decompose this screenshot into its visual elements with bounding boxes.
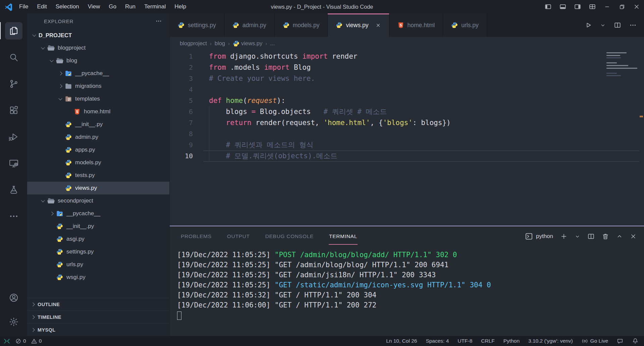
tree-item-home-html[interactable]: 5home.html <box>27 105 169 118</box>
activity-remote-explorer[interactable] <box>0 150 27 176</box>
menu-help[interactable]: Help <box>170 0 191 13</box>
menu-go[interactable]: Go <box>104 0 121 13</box>
tree-item-settings-py[interactable]: settings.py <box>27 245 169 258</box>
status-python[interactable]: Python <box>503 338 520 344</box>
tree-item-views-py[interactable]: views.py <box>27 182 169 194</box>
line-number: 8 <box>170 128 193 139</box>
tree-item-secondproject[interactable]: secondproject <box>27 194 169 207</box>
section-mysql[interactable]: MYSQL <box>27 323 169 336</box>
panel-tab-output[interactable]: OUTPUT <box>227 232 250 241</box>
python-icon <box>178 22 184 28</box>
status-warning[interactable]: 0 <box>31 338 42 344</box>
tree-item--pycache-[interactable]: __pycache__ <box>27 207 169 220</box>
tree-item-blogproject[interactable]: blogproject <box>27 42 169 54</box>
tree-item-migrations[interactable]: migrations <box>27 80 169 93</box>
customize-layout-icon[interactable] <box>585 0 600 13</box>
activity-extensions[interactable] <box>0 97 27 123</box>
close-icon[interactable] <box>629 0 644 13</box>
workspace-root[interactable]: D_PROJECT <box>27 29 169 42</box>
panel-tab-problems[interactable]: PROBLEMS <box>180 232 212 241</box>
section-timeline[interactable]: TIMELINE <box>27 310 169 323</box>
tree-item--pycache-[interactable]: __pycache__ <box>27 67 169 80</box>
chevron-down-icon[interactable] <box>575 234 580 239</box>
layout-sidebar-icon[interactable] <box>541 0 555 13</box>
trash-icon[interactable] <box>602 233 609 240</box>
explorer-more-icon[interactable] <box>155 18 162 24</box>
layout-sidebar-right-icon[interactable] <box>570 0 585 13</box>
code-editor[interactable]: 1from django.shortcuts import render2fro… <box>170 50 644 226</box>
activity-testing[interactable] <box>0 176 27 203</box>
menu-terminal[interactable]: Terminal <box>140 0 170 13</box>
status-feedback[interactable] <box>617 338 623 344</box>
error-icon <box>15 338 21 344</box>
status-ln-10-col-26[interactable]: Ln 10, Col 26 <box>386 338 417 344</box>
status-remote[interactable] <box>3 338 10 345</box>
plus-icon[interactable] <box>560 233 568 240</box>
restore-icon[interactable] <box>614 0 629 13</box>
tree-item-asgi-py[interactable]: asgi.py <box>27 233 169 245</box>
panel-tab-terminal[interactable]: TERMINAL <box>329 232 358 241</box>
tree-item--init-py[interactable]: __init__.py <box>27 118 169 131</box>
explorer-sidebar: EXPLORER D_PROJECT blogprojectblog__pyca… <box>27 13 170 336</box>
menu-edit[interactable]: Edit <box>33 0 51 13</box>
status-bell[interactable] <box>632 338 639 344</box>
split-editor-icon[interactable] <box>614 21 621 29</box>
close-icon[interactable] <box>630 233 637 240</box>
breadcrumb-item-viewspy[interactable]: views.py <box>233 40 262 47</box>
activity-explorer[interactable] <box>0 17 27 44</box>
status-error[interactable]: 0 <box>15 338 26 344</box>
tab-urls-py[interactable]: urls.py <box>443 13 487 37</box>
tree-item-tests-py[interactable]: tests.py <box>27 169 169 182</box>
tree-item-blog[interactable]: blog <box>27 54 169 67</box>
layout-panel-icon[interactable] <box>555 0 570 13</box>
breadcrumb-item-blog[interactable]: blog <box>215 40 225 47</box>
minimize-icon[interactable] <box>600 0 614 13</box>
terminal-output[interactable]: [19/Dec/2022 11:05:25] "POST /admin/blog… <box>170 246 644 336</box>
menu-selection[interactable]: Selection <box>51 0 84 13</box>
activity-run-debug[interactable] <box>0 123 27 150</box>
more-icon[interactable] <box>629 21 637 29</box>
tree-label: home.html <box>84 108 110 115</box>
line-number: 9 <box>170 139 193 151</box>
section-outline[interactable]: OUTLINE <box>27 298 169 310</box>
tree-item-wsgi-py[interactable]: wsgi.py <box>27 271 169 284</box>
shell-selector[interactable]: python <box>525 232 553 240</box>
status-utf-8[interactable]: UTF-8 <box>458 338 472 344</box>
breadcrumb-item-more[interactable]: ... <box>270 40 275 47</box>
activity-settings[interactable] <box>0 310 27 334</box>
run-icon[interactable] <box>585 21 592 29</box>
close-tab-icon[interactable] <box>375 22 381 28</box>
breadcrumb-item-blogproject[interactable]: blogproject <box>180 40 207 47</box>
folder-open-icon <box>47 44 55 52</box>
tree-item-urls-py[interactable]: urls.py <box>27 258 169 271</box>
tree-item-templates[interactable]: templates <box>27 93 169 105</box>
tree-item-apps-py[interactable]: apps.py <box>27 143 169 156</box>
code-line-7: 7 return render(request, 'home.html', {'… <box>170 117 644 128</box>
activity-more[interactable] <box>0 203 27 229</box>
status-3-10-2-ygw-venv[interactable]: 3.10.2 ('ygw': venv) <box>528 338 573 344</box>
tab-models-py[interactable]: models.py <box>275 13 328 37</box>
minimap[interactable] <box>606 52 639 78</box>
titlebar: FileEditSelectionViewGoRunTerminalHelp v… <box>0 0 644 13</box>
tree-item-models-py[interactable]: models.py <box>27 156 169 169</box>
chevron-down-icon[interactable] <box>600 22 606 28</box>
status-label: Ln 10, Col 26 <box>386 338 417 344</box>
menu-view[interactable]: View <box>84 0 105 13</box>
menu-run[interactable]: Run <box>121 0 140 13</box>
split-panel-icon[interactable] <box>587 233 595 240</box>
tab-settings-py[interactable]: settings.py <box>170 13 224 37</box>
menu-file[interactable]: File <box>15 0 33 13</box>
tree-item--init-py[interactable]: __init__.py <box>27 220 169 233</box>
tab-views-py[interactable]: views.py <box>328 13 389 37</box>
tab-home-html[interactable]: 5home.html <box>389 13 443 37</box>
panel-tab-debug-console[interactable]: DEBUG CONSOLE <box>265 232 314 241</box>
activity-account[interactable] <box>0 286 27 310</box>
chevron-up-icon[interactable] <box>616 233 623 240</box>
status-spaces-4[interactable]: Spaces: 4 <box>426 338 449 344</box>
tree-item-admin-py[interactable]: admin.py <box>27 131 169 143</box>
tab-admin-py[interactable]: admin.py <box>224 13 275 37</box>
activity-source-control[interactable] <box>0 70 27 97</box>
activity-search[interactable] <box>0 44 27 70</box>
status-go-live[interactable]: Go Live <box>582 338 608 344</box>
status-crlf[interactable]: CRLF <box>481 338 494 344</box>
